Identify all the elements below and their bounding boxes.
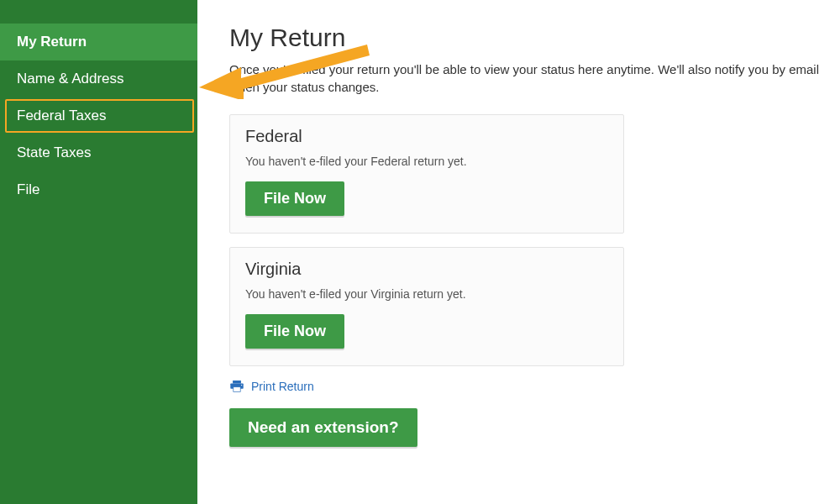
federal-card-status: You haven't e-filed your Federal return … — [245, 155, 608, 168]
file-now-federal-button[interactable]: File Now — [245, 181, 344, 216]
sidebar-item-federal-taxes[interactable]: Federal Taxes — [5, 99, 194, 133]
sidebar-item-label: State Taxes — [17, 144, 92, 160]
federal-card: Federal You haven't e-filed your Federal… — [229, 114, 624, 234]
sidebar-item-file[interactable]: File — [0, 171, 197, 208]
svg-point-4 — [241, 385, 242, 386]
file-now-virginia-button[interactable]: File Now — [245, 314, 344, 349]
svg-rect-3 — [234, 387, 240, 392]
virginia-card-title: Virginia — [245, 260, 608, 279]
sidebar-item-label: Federal Taxes — [17, 108, 106, 123]
sidebar-item-state-taxes[interactable]: State Taxes — [0, 134, 197, 171]
virginia-card: Virginia You haven't e-filed your Virgin… — [229, 247, 624, 366]
sidebar: My Return Name & Address Federal Taxes S… — [0, 0, 197, 504]
print-return-link[interactable]: Print Return — [229, 380, 820, 393]
page-title: My Return — [229, 24, 820, 52]
sidebar-item-my-return[interactable]: My Return — [0, 24, 197, 60]
sidebar-item-label: My Return — [17, 34, 87, 50]
sidebar-item-name-address[interactable]: Name & Address — [0, 60, 197, 97]
main-content: My Return Once you've filed your return … — [197, 0, 840, 504]
printer-icon — [229, 381, 244, 392]
need-extension-button[interactable]: Need an extension? — [229, 408, 417, 447]
sidebar-item-label: Name & Address — [17, 71, 124, 87]
sidebar-item-label: File — [17, 181, 39, 197]
virginia-card-status: You haven't e-filed your Virginia return… — [245, 287, 608, 301]
svg-rect-1 — [233, 381, 241, 384]
federal-card-title: Federal — [245, 127, 608, 146]
print-return-label: Print Return — [251, 380, 314, 393]
page-intro: Once you've filed your return you'll be … — [229, 60, 820, 96]
